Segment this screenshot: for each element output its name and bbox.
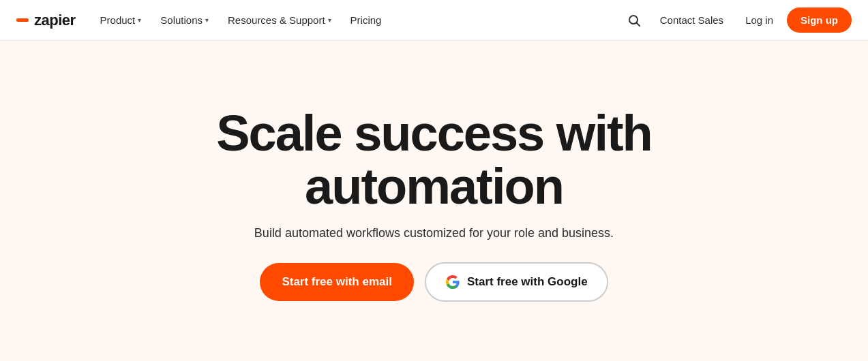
navigation: zapier Product ▾ Solutions ▾ Resources &…: [0, 0, 868, 41]
cta-buttons: Start free with email Start free with Go…: [260, 262, 608, 302]
chevron-down-icon: ▾: [328, 16, 331, 24]
chevron-down-icon: ▾: [138, 16, 141, 24]
nav-item-resources[interactable]: Resources & Support ▾: [220, 9, 340, 31]
nav-right: Contact Sales Log in Sign up: [622, 7, 852, 33]
chevron-down-icon: ▾: [205, 16, 209, 24]
contact-sales-link[interactable]: Contact Sales: [652, 9, 732, 31]
hero-subtitle: Build automated workflows customized for…: [254, 226, 614, 240]
start-email-button[interactable]: Start free with email: [260, 263, 414, 301]
start-google-button[interactable]: Start free with Google: [425, 262, 608, 302]
nav-item-solutions[interactable]: Solutions ▾: [152, 9, 217, 31]
hero-title: Scale success with automation: [216, 107, 652, 213]
google-logo-icon: [445, 274, 460, 289]
nav-item-product[interactable]: Product ▾: [92, 9, 150, 31]
login-button[interactable]: Log in: [737, 9, 781, 31]
signup-button[interactable]: Sign up: [787, 7, 852, 33]
logo-icon: [16, 18, 29, 22]
logo-wordmark: zapier: [34, 12, 76, 29]
nav-links: Product ▾ Solutions ▾ Resources & Suppor…: [92, 9, 622, 31]
search-icon: [627, 14, 641, 27]
hero-section: Scale success with automation Build auto…: [0, 41, 868, 361]
logo-dash: [16, 18, 29, 22]
logo[interactable]: zapier: [16, 12, 76, 29]
search-button[interactable]: [622, 8, 646, 33]
nav-item-pricing[interactable]: Pricing: [342, 9, 390, 31]
svg-line-1: [636, 22, 640, 26]
